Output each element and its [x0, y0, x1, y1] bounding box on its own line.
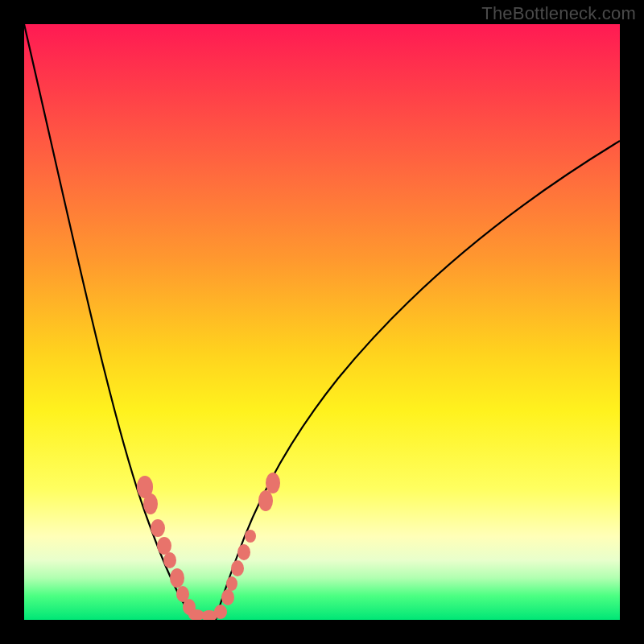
data-point-marker	[237, 544, 250, 560]
data-point-marker	[214, 605, 227, 619]
data-point-marker	[163, 552, 176, 568]
data-point-marker	[151, 519, 165, 537]
data-point-marker	[245, 530, 256, 543]
data-point-marker	[258, 490, 273, 511]
bottleneck-curve	[24, 24, 620, 620]
marker-group	[137, 473, 280, 620]
data-point-marker	[266, 473, 280, 493]
watermark-text: TheBottleneck.com	[481, 3, 636, 24]
curve-left-branch	[24, 24, 195, 620]
data-point-marker	[170, 568, 184, 588]
data-point-marker	[157, 537, 171, 555]
plot-area	[24, 24, 620, 620]
data-point-marker	[143, 493, 158, 514]
data-point-marker	[221, 589, 234, 605]
data-point-marker	[226, 576, 237, 591]
curve-right-branch	[216, 141, 620, 620]
data-point-marker	[231, 560, 244, 576]
chart-frame: TheBottleneck.com	[0, 0, 644, 644]
